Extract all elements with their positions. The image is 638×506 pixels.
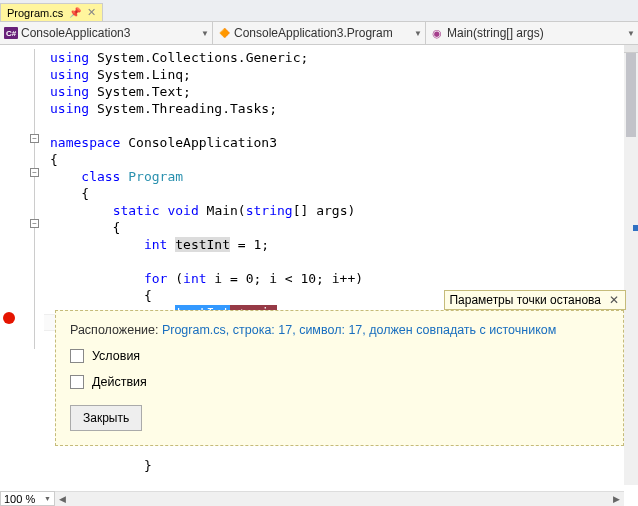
method-name: Main(string[] args) [447, 26, 544, 40]
editor-gutter[interactable]: − − − [0, 45, 44, 485]
zoom-value: 100 % [4, 493, 35, 505]
conditions-row[interactable]: Условия [70, 349, 609, 363]
chevron-down-icon: ▼ [201, 29, 209, 38]
conditions-label: Условия [92, 349, 140, 363]
actions-label: Действия [92, 375, 147, 389]
outline-toggle[interactable]: − [30, 219, 39, 228]
breakpoint-tooltip: Параметры точки останова ✕ [444, 290, 626, 310]
tooltip-title: Параметры точки останова [449, 293, 601, 307]
class-dropdown[interactable]: 🔶 ConsoleApplication3.Program ▼ [213, 22, 426, 44]
chevron-down-icon: ▼ [414, 29, 422, 38]
pin-icon[interactable]: 📌 [69, 7, 81, 18]
conditions-checkbox[interactable] [70, 349, 84, 363]
vertical-scrollbar[interactable] [624, 45, 638, 485]
outline-line [34, 49, 35, 349]
horizontal-scrollbar[interactable]: ◀ ▶ [55, 491, 624, 506]
actions-row[interactable]: Действия [70, 375, 609, 389]
split-handle[interactable] [624, 45, 638, 53]
breakpoint-settings-panel: Расположение: Program.cs, строка: 17, си… [55, 310, 624, 446]
zoom-dropdown[interactable]: 100 % ▼ [0, 491, 55, 506]
location-row: Расположение: Program.cs, строка: 17, си… [70, 323, 609, 337]
scroll-right-icon[interactable]: ▶ [609, 492, 624, 506]
chevron-down-icon: ▼ [627, 29, 635, 38]
file-tab[interactable]: Program.cs 📌 ✕ [0, 3, 103, 21]
actions-checkbox[interactable] [70, 375, 84, 389]
tab-label: Program.cs [7, 7, 63, 19]
caret-indicator [633, 225, 638, 231]
breakpoint-icon[interactable] [3, 312, 15, 324]
outline-toggle[interactable]: − [30, 168, 39, 177]
class-icon: 🔶 [217, 27, 231, 39]
method-icon: ◉ [430, 27, 444, 39]
project-name: ConsoleApplication3 [21, 26, 130, 40]
outline-toggle[interactable]: − [30, 134, 39, 143]
close-icon[interactable]: ✕ [607, 293, 621, 307]
csharp-icon: C# [4, 27, 18, 39]
location-label: Расположение: [70, 323, 162, 337]
class-name: ConsoleApplication3.Program [234, 26, 393, 40]
navigation-bar: C# ConsoleApplication3 ▼ 🔶 ConsoleApplic… [0, 22, 638, 45]
method-dropdown[interactable]: ◉ Main(string[] args) ▼ [426, 22, 638, 44]
close-icon[interactable]: ✕ [87, 6, 96, 19]
outline-column: − − − [30, 45, 44, 485]
project-dropdown[interactable]: C# ConsoleApplication3 ▼ [0, 22, 213, 44]
chevron-down-icon: ▼ [44, 495, 51, 502]
scroll-left-icon[interactable]: ◀ [55, 492, 70, 506]
close-button[interactable]: Закрыть [70, 405, 142, 431]
tab-strip: Program.cs 📌 ✕ [0, 0, 638, 22]
scrollbar-thumb[interactable] [626, 47, 636, 137]
location-link[interactable]: Program.cs, строка: 17, символ: 17, долж… [162, 323, 556, 337]
